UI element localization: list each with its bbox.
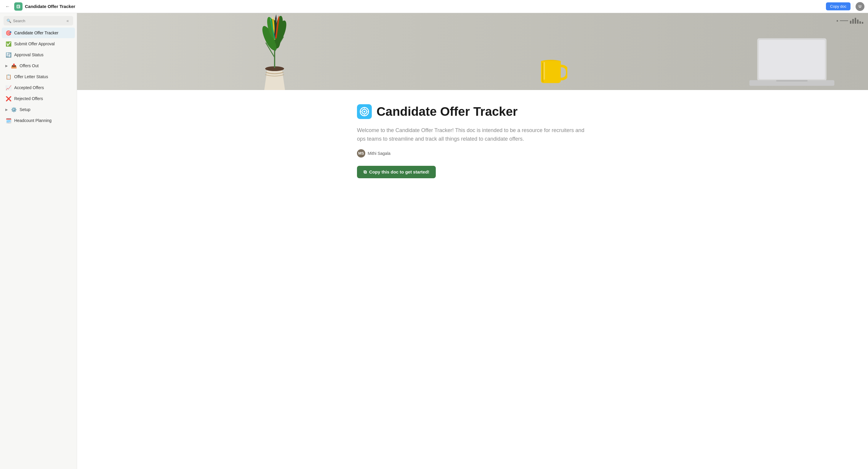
svg-rect-1: [17, 6, 20, 6]
sidebar-item-offers-out[interactable]: ▶📤Offers Out: [2, 60, 75, 71]
copy-doc-cta-button[interactable]: ⧉ Copy this doc to get started!: [357, 166, 436, 178]
plant-illustration: [251, 13, 298, 90]
hero-dot-1: [837, 20, 838, 22]
search-icon: 🔍: [6, 19, 11, 23]
nav-label-rejected-offers: Rejected Offers: [14, 96, 71, 101]
hero-bars: [850, 18, 863, 24]
sidebar-item-offer-letter-status[interactable]: 📋Offer Letter Status: [2, 71, 75, 82]
hero-bar-1: [840, 21, 848, 21]
nav-label-offers-out: Offers Out: [20, 63, 71, 68]
svg-point-29: [364, 111, 365, 112]
page-title: Candidate Offer Tracker: [376, 105, 518, 119]
sidebar-item-approval-status[interactable]: 🔄Approval Status: [2, 49, 75, 60]
nav-icon-offer-letter-status: 📋: [5, 73, 12, 80]
nav-icon-candidate-offer-tracker: 🎯: [5, 30, 12, 36]
nav-icon-rejected-offers: ❌: [5, 95, 12, 102]
top-bar: ← Candidate Offer Tracker Copy doc U: [0, 0, 868, 13]
bar-s6: [862, 22, 863, 24]
sidebar-item-setup[interactable]: ▶⚙️Setup: [2, 104, 75, 115]
nav-icon-headcount-planning: 🗓️: [5, 117, 12, 124]
laptop-illustration: [747, 37, 836, 87]
sidebar-item-headcount-planning[interactable]: 🗓️Headcount Planning: [2, 115, 75, 126]
doc-header-icon: [357, 104, 372, 119]
doc-icon-svg: [16, 4, 21, 9]
svg-rect-2: [17, 6, 19, 7]
nav-icon-submit-offer-approval: ✅: [5, 40, 12, 47]
user-avatar[interactable]: U: [856, 2, 864, 11]
page-description: Welcome to the Candidate Offer Tracker! …: [357, 126, 588, 143]
svg-rect-24: [759, 40, 825, 79]
svg-marker-19: [272, 16, 274, 19]
hero-controls: [837, 18, 863, 24]
hero-background: [77, 13, 868, 90]
header-icon-svg: [360, 107, 369, 116]
nav-label-headcount-planning: Headcount Planning: [14, 118, 71, 123]
sidebar-item-candidate-offer-tracker[interactable]: 🎯Candidate Offer Tracker: [2, 28, 75, 38]
sidebar-item-rejected-offers[interactable]: ❌Rejected Offers: [2, 93, 75, 104]
doc-icon: [14, 2, 23, 11]
sidebar-item-accepted-offers[interactable]: 📈Accepted Offers: [2, 82, 75, 93]
nav-icon-setup: ⚙️: [11, 106, 17, 113]
sidebar-item-submit-offer-approval[interactable]: ✅Submit Offer Approval: [2, 38, 75, 49]
chevron-icon: ▶: [5, 108, 8, 112]
nav-icon-offers-out: 📤: [11, 63, 17, 69]
sidebar-nav: 🎯Candidate Offer Tracker✅Submit Offer Ap…: [0, 27, 77, 126]
nav-label-setup: Setup: [20, 107, 71, 112]
back-button[interactable]: ←: [4, 2, 12, 11]
bar-s5: [860, 21, 861, 24]
bar-s1: [850, 21, 851, 24]
nav-label-approval-status: Approval Status: [14, 53, 71, 57]
bar-s4: [857, 20, 859, 24]
hero-image: [77, 13, 868, 90]
bar-s2: [852, 19, 854, 24]
top-bar-right: Copy doc U: [826, 2, 864, 11]
copy-doc-button[interactable]: Copy doc: [826, 2, 850, 10]
back-icon: ←: [5, 4, 10, 9]
page-content: Candidate Offer Tracker Welcome to the C…: [345, 90, 600, 202]
search-input[interactable]: [13, 19, 63, 23]
nav-icon-accepted-offers: 📈: [5, 85, 12, 91]
svg-rect-26: [776, 80, 808, 81]
topbar-title: Candidate Offer Tracker: [25, 4, 75, 9]
divider: [853, 3, 853, 10]
cta-copy-icon: ⧉: [364, 169, 367, 175]
svg-marker-20: [275, 14, 277, 18]
chevron-icon: ▶: [5, 64, 8, 68]
mug-illustration: [538, 56, 567, 84]
svg-rect-3: [17, 7, 19, 8]
doc-header: Candidate Offer Tracker: [357, 104, 588, 119]
main-content: Candidate Offer Tracker Welcome to the C…: [77, 13, 868, 469]
nav-label-candidate-offer-tracker: Candidate Offer Tracker: [14, 31, 71, 35]
bar-s3: [855, 18, 856, 24]
search-container: 🔍 «: [4, 16, 73, 26]
sidebar: 🔍 « 🎯Candidate Offer Tracker✅Submit Offe…: [0, 13, 77, 469]
author-name: Mithi Sagala: [368, 151, 391, 156]
collapse-sidebar-button[interactable]: «: [65, 18, 70, 24]
nav-label-submit-offer-approval: Submit Offer Approval: [14, 41, 71, 46]
nav-label-offer-letter-status: Offer Letter Status: [14, 74, 71, 79]
top-bar-left: ← Candidate Offer Tracker: [4, 2, 824, 11]
cta-label: Copy this doc to get started!: [369, 169, 429, 174]
author-avatar: MS: [357, 149, 365, 158]
nav-icon-approval-status: 🔄: [5, 52, 12, 58]
nav-label-accepted-offers: Accepted Offers: [14, 85, 71, 90]
doc-author: MS Mithi Sagala: [357, 149, 588, 158]
